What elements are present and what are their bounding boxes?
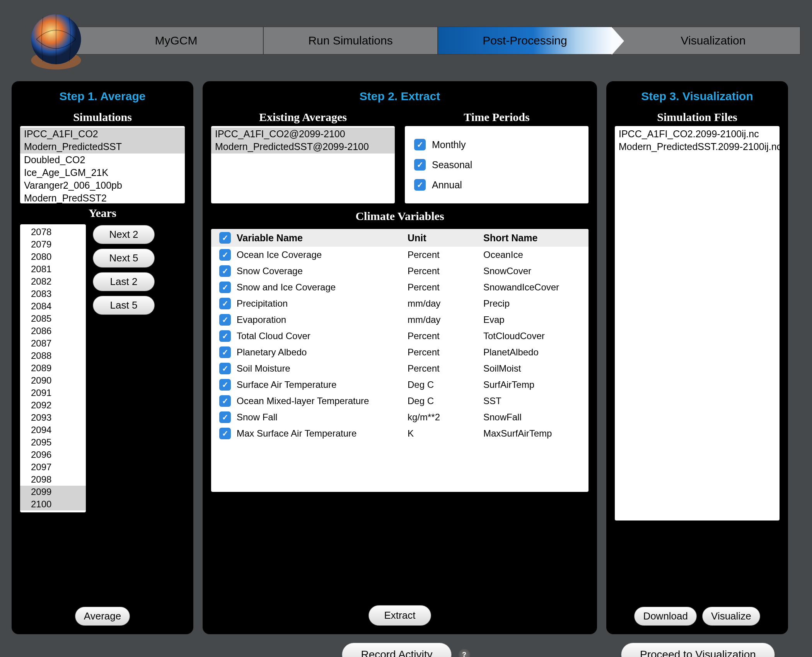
list-item[interactable]: 2100 [20, 498, 86, 510]
variable-name: Total Cloud Cover [237, 331, 405, 341]
nav-mygcm[interactable]: MyGCM [66, 27, 264, 54]
col-unit: Unit [408, 232, 481, 244]
table-row: ✓Soil MoisturePercentSoilMoist [211, 360, 589, 377]
list-item[interactable]: 2092 [20, 399, 86, 411]
select-all-checkbox[interactable]: ✓ [219, 232, 231, 244]
list-item[interactable]: 2094 [20, 424, 86, 436]
list-item[interactable]: Modern_PredSST2 [20, 192, 185, 203]
simulation-files-label: Simulation Files [615, 111, 780, 124]
list-item[interactable]: 2079 [20, 238, 86, 251]
last-2-button[interactable]: Last 2 [93, 272, 155, 291]
checkbox[interactable]: ✓ [219, 411, 231, 423]
visualize-button[interactable]: Visualize [702, 607, 760, 626]
variable-name: Ocean Mixed-layer Temperature [237, 396, 405, 406]
list-item[interactable]: 2085 [20, 312, 86, 325]
simulations-label: Simulations [20, 111, 185, 124]
checkbox[interactable]: ✓ [219, 330, 231, 342]
time-period-row: ✓Seasonal [414, 159, 579, 171]
last-5-button[interactable]: Last 5 [93, 296, 155, 315]
variable-short: SoilMoist [483, 363, 584, 374]
checkbox[interactable]: ✓ [414, 179, 426, 191]
next-2-button[interactable]: Next 2 [93, 225, 155, 244]
list-item[interactable]: 2082 [20, 275, 86, 288]
checkbox[interactable]: ✓ [219, 428, 231, 439]
list-item[interactable]: 2088 [20, 350, 86, 362]
list-item[interactable]: 2091 [20, 387, 86, 399]
variable-name: Ocean Ice Coverage [237, 249, 405, 260]
list-item[interactable]: 2089 [20, 362, 86, 374]
table-row: ✓Snow and Ice CoveragePercentSnowandIceC… [211, 279, 589, 295]
variable-short: Evap [483, 314, 584, 325]
variable-short: SurfAirTemp [483, 379, 584, 390]
next-5-button[interactable]: Next 5 [93, 249, 155, 268]
variable-short: TotCloudCover [483, 331, 584, 341]
variable-short: SnowFall [483, 412, 584, 423]
list-item[interactable]: Modern_PredictedSST.2099-2100ij.nc [615, 140, 780, 153]
list-item[interactable]: 2087 [20, 337, 86, 350]
checkbox[interactable]: ✓ [219, 379, 231, 391]
list-item[interactable]: 2093 [20, 411, 86, 424]
simulations-list[interactable]: IPCC_A1FI_CO2Modern_PredictedSSTDoubled_… [20, 126, 185, 203]
app-logo [23, 8, 89, 73]
download-button[interactable]: Download [634, 607, 697, 626]
list-item[interactable]: Modern_PredictedSST [20, 140, 185, 153]
checkbox[interactable]: ✓ [219, 265, 231, 277]
list-item[interactable]: Modern_PredictedSST@2099-2100 [211, 140, 395, 153]
checkbox[interactable]: ✓ [414, 159, 426, 171]
average-button[interactable]: Average [75, 607, 130, 626]
variable-short: SST [483, 396, 584, 406]
col-variable-name: Variable Name [237, 232, 405, 244]
variable-name: Evaporation [237, 314, 405, 325]
checkbox[interactable]: ✓ [219, 298, 231, 309]
nav-visualization[interactable]: Visualization [612, 27, 800, 54]
variable-name: Planetary Albedo [237, 347, 405, 358]
checkbox[interactable]: ✓ [219, 346, 231, 358]
nav-run-simulations[interactable]: Run Simulations [264, 27, 438, 54]
checkbox[interactable]: ✓ [219, 282, 231, 293]
simulation-files-list[interactable]: IPCC_A1FI_CO2.2099-2100ij.ncModern_Predi… [615, 126, 780, 520]
time-periods-box: ✓Monthly✓Seasonal✓Annual [405, 126, 589, 203]
list-item[interactable]: 2099 [20, 486, 86, 498]
checkbox[interactable]: ✓ [219, 314, 231, 326]
list-item[interactable]: 2096 [20, 449, 86, 461]
variable-unit: mm/day [408, 298, 481, 309]
variable-name: Snow and Ice Coverage [237, 282, 405, 293]
table-row: ✓Total Cloud CoverPercentTotCloudCover [211, 328, 589, 344]
table-row: ✓Planetary AlbedoPercentPlanetAlbedo [211, 344, 589, 360]
table-row: ✓Evaporationmm/dayEvap [211, 312, 589, 328]
time-period-row: ✓Annual [414, 179, 579, 191]
list-item[interactable]: Varanger2_006_100pb [20, 179, 185, 192]
checkbox[interactable]: ✓ [219, 363, 231, 374]
list-item[interactable]: 2084 [20, 300, 86, 312]
panel-step1: Step 1. Average Simulations IPCC_A1FI_CO… [12, 81, 193, 634]
list-item[interactable]: 2080 [20, 251, 86, 263]
variable-name: Snow Coverage [237, 266, 405, 276]
list-item[interactable]: Ice_Age_LGM_21K [20, 166, 185, 179]
variable-name: Surface Air Temperature [237, 379, 405, 390]
list-item[interactable]: IPCC_A1FI_CO2@2099-2100 [211, 128, 395, 140]
checkbox[interactable]: ✓ [219, 249, 231, 261]
checkbox[interactable]: ✓ [414, 139, 426, 150]
time-period-label: Seasonal [432, 159, 472, 171]
list-item[interactable]: 2098 [20, 473, 86, 486]
checkbox[interactable]: ✓ [219, 395, 231, 407]
list-item[interactable]: IPCC_A1FI_CO2 [20, 128, 185, 140]
list-item[interactable]: 2083 [20, 288, 86, 300]
list-item[interactable]: 2081 [20, 263, 86, 275]
list-item[interactable]: 2097 [20, 461, 86, 473]
extract-button[interactable]: Extract [368, 605, 432, 626]
step2-title: Step 2. Extract [211, 90, 589, 103]
nav-post-processing[interactable]: Post-Processing [438, 27, 612, 54]
proceed-to-visualization-button[interactable]: Proceed to Visualization [621, 643, 775, 657]
years-list[interactable]: 2078207920802081208220832084208520862087… [20, 224, 86, 512]
help-icon[interactable]: ? [459, 649, 470, 657]
list-item[interactable]: Doubled_CO2 [20, 154, 185, 166]
list-item[interactable]: IPCC_A1FI_CO2.2099-2100ij.nc [615, 128, 780, 140]
list-item[interactable]: 2095 [20, 436, 86, 449]
variable-name: Precipitation [237, 298, 405, 309]
list-item[interactable]: 2078 [20, 226, 86, 238]
list-item[interactable]: 2090 [20, 374, 86, 387]
list-item[interactable]: 2086 [20, 325, 86, 337]
record-activity-button[interactable]: Record Activity [342, 643, 451, 657]
existing-averages-list[interactable]: IPCC_A1FI_CO2@2099-2100Modern_PredictedS… [211, 126, 395, 203]
